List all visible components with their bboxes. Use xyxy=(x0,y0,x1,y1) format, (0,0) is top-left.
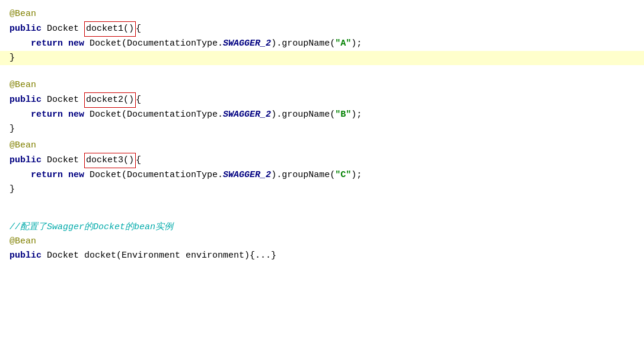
code-block-4: //配置了Swagger的Docket的bean实例 @Bean public … xyxy=(0,219,644,264)
return-kw-2: return xyxy=(31,108,63,122)
code-block-3: @Bean public Docket docket3() { return n… xyxy=(0,137,644,198)
swagger-kw-2: SWAGGER_2 xyxy=(223,108,271,122)
string-a: "A" xyxy=(335,37,351,51)
indent-3 xyxy=(9,168,31,182)
method-box-3: docket3() xyxy=(84,153,136,168)
brace-open-1: { xyxy=(136,22,141,36)
swagger-kw-3: SWAGGER_2 xyxy=(223,168,271,182)
separator-1 xyxy=(0,66,644,77)
closing-brace-2: } xyxy=(0,122,644,136)
return-line-1: return new Docket(DocumentationType. SWA… xyxy=(0,37,644,51)
bean-annotation-2: @Bean xyxy=(9,78,36,92)
brace-open-3: { xyxy=(136,153,141,168)
new-kw-1: new xyxy=(68,37,84,51)
return-kw-1: return xyxy=(31,37,63,51)
string-c: "C" xyxy=(335,168,351,182)
semicolon-3: ); xyxy=(351,168,362,182)
bean-annotation-3: @Bean xyxy=(9,139,36,153)
return-kw-3: return xyxy=(31,168,63,182)
indent-2 xyxy=(9,108,31,122)
call-3: Docket(DocumentationType. xyxy=(84,168,223,182)
comment-line: //配置了Swagger的Docket的bean实例 xyxy=(0,220,644,235)
separator-large xyxy=(0,198,644,219)
keyword-public-3: public xyxy=(9,153,42,168)
return-line-2: return new Docket(DocumentationType. SWA… xyxy=(0,108,644,122)
method-declaration-1: public Docket docket1() { xyxy=(0,21,644,37)
keyword-public-1: public xyxy=(9,22,42,36)
return-type-1: Docket xyxy=(42,22,84,36)
indent-1 xyxy=(9,37,31,51)
bean-annotation-4: @Bean xyxy=(9,235,36,249)
code-block-1: @Bean public Docket docket1() { return n… xyxy=(0,6,644,66)
closing-brace-3: } xyxy=(0,182,644,197)
call-1: Docket(DocumentationType. xyxy=(84,37,223,51)
brace-close-3: } xyxy=(9,182,15,197)
keyword-public-4: public xyxy=(9,249,42,263)
new-kw-3: new xyxy=(68,168,84,182)
annotation-line-1: @Bean xyxy=(0,7,644,21)
closing-brace-1: } xyxy=(0,51,644,65)
brace-close-2: } xyxy=(9,122,15,136)
return-type-3: Docket xyxy=(42,153,84,168)
return-type-2: Docket xyxy=(42,93,84,107)
groupname-2: ).groupName( xyxy=(271,108,335,122)
code-block-2: @Bean public Docket docket2() { return n… xyxy=(0,77,644,137)
semicolon-2: ); xyxy=(351,108,362,122)
code-container: @Bean public Docket docket1() { return n… xyxy=(0,0,644,270)
call-2: Docket(DocumentationType. xyxy=(84,108,223,122)
return-line-3: return new Docket(DocumentationType. SWA… xyxy=(0,168,644,182)
comment-text: //配置了Swagger的Docket的bean实例 xyxy=(9,220,173,235)
brace-open-2: { xyxy=(136,93,141,107)
method-declaration-3: public Docket docket3() { xyxy=(0,153,644,168)
ellipsis-close: } xyxy=(271,249,276,263)
groupname-1: ).groupName( xyxy=(271,37,335,51)
new-kw-2: new xyxy=(68,108,84,122)
method-box-2: docket2() xyxy=(84,92,136,108)
return-type-4: Docket docket(Environment environment) xyxy=(42,249,250,263)
keyword-public-2: public xyxy=(9,93,42,107)
annotation-line-2: @Bean xyxy=(0,78,644,92)
new-2 xyxy=(63,108,68,122)
method-declaration-2: public Docket docket2() { xyxy=(0,92,644,108)
annotation-line-4: @Bean xyxy=(0,235,644,249)
new-1 xyxy=(63,37,68,51)
bean-annotation-1: @Bean xyxy=(9,7,36,21)
annotation-line-3: @Bean xyxy=(0,139,644,153)
method-declaration-4: public Docket docket(Environment environ… xyxy=(0,249,644,263)
string-b: "B" xyxy=(335,108,351,122)
ellipsis-dots: ... xyxy=(255,249,271,263)
swagger-kw-1: SWAGGER_2 xyxy=(223,37,271,51)
method-box-1: docket1() xyxy=(84,21,136,37)
groupname-3: ).groupName( xyxy=(271,168,335,182)
new-3 xyxy=(63,168,68,182)
semicolon-1: ); xyxy=(351,37,362,51)
brace-close-1: } xyxy=(9,51,15,65)
ellipsis-braces: { xyxy=(250,249,255,263)
